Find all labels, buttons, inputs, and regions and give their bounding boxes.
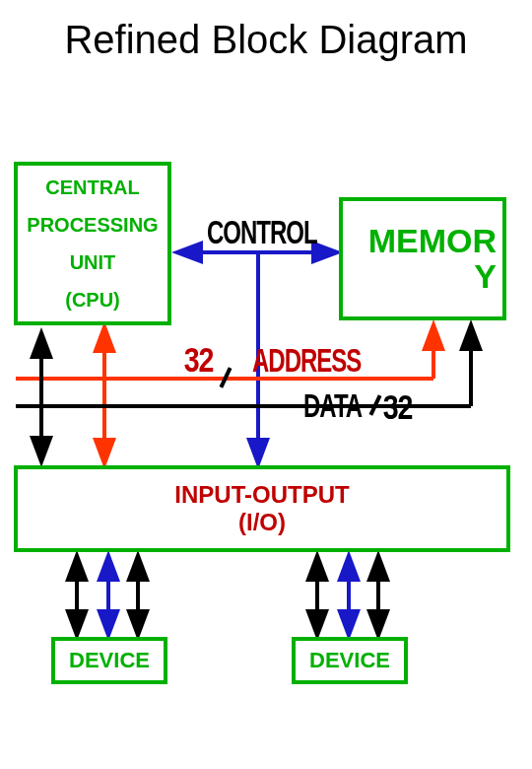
- cpu-line4: (CPU): [65, 281, 120, 318]
- diagram-title: Refined Block Diagram: [0, 18, 532, 62]
- memory-line1: MEMOR: [368, 224, 497, 259]
- control-bus-label: CONTROL: [207, 213, 317, 251]
- data-bus-width: 32: [383, 387, 413, 429]
- memory-line2: Y: [474, 259, 497, 295]
- cpu-line3: UNIT: [70, 244, 116, 281]
- device-block-1: DEVICE: [51, 637, 167, 684]
- io-line2: (I/O): [238, 509, 286, 536]
- io-block: INPUT-OUTPUT (I/O): [14, 465, 510, 552]
- bus-width-tick-address: [220, 367, 233, 388]
- data-bus-label: DATA: [303, 387, 362, 425]
- cpu-line1: CENTRAL: [45, 169, 140, 206]
- io-line1: INPUT-OUTPUT: [174, 481, 349, 509]
- address-bus-label: ADDRESS: [252, 342, 361, 380]
- device-block-2: DEVICE: [292, 637, 408, 684]
- bus-width-tick-data: [369, 394, 382, 416]
- address-bus-width: 32: [184, 340, 214, 382]
- cpu-line2: PROCESSING: [27, 206, 158, 244]
- memory-block: MEMOR Y: [339, 197, 506, 320]
- cpu-block: CENTRAL PROCESSING UNIT (CPU): [14, 162, 171, 325]
